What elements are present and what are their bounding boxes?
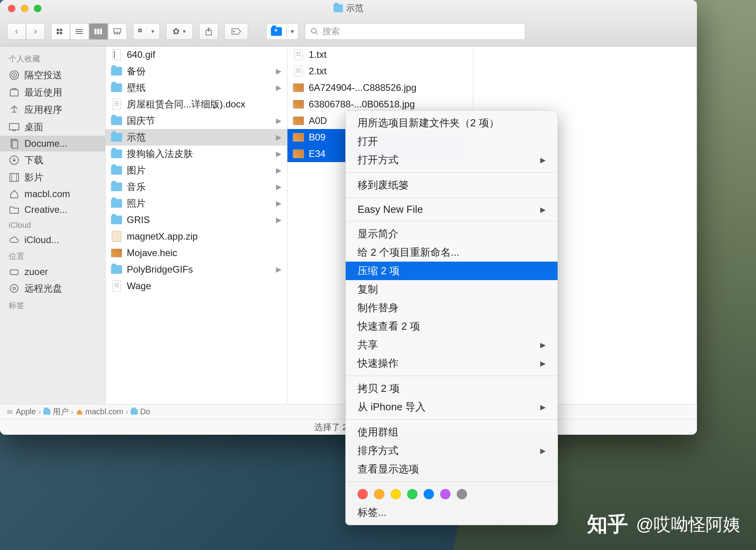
file-row[interactable]: 示范▶ <box>106 129 287 146</box>
new-folder-button[interactable] <box>266 23 287 40</box>
tag-color[interactable] <box>407 489 417 499</box>
file-row[interactable]: 2.txt <box>287 63 473 79</box>
sidebar-item[interactable]: 最近使用 <box>0 84 105 101</box>
new-folder-dropdown[interactable]: ▼ <box>287 23 298 40</box>
file-row[interactable]: 6A724904-...C888526.jpg <box>287 79 473 96</box>
gallery-view-button[interactable] <box>108 23 127 40</box>
file-name: 国庆节 <box>127 114 155 127</box>
context-menu-item[interactable]: 从 iPhone 导入▶ <box>346 398 558 416</box>
sidebar-item[interactable]: 远程光盘 <box>0 280 105 297</box>
sidebar-item[interactable]: 隔空投送 <box>0 66 105 84</box>
context-menu-item[interactable]: Easy New File▶ <box>346 201 558 218</box>
sidebar-item[interactable]: iCloud... <box>0 232 105 248</box>
column-view-button[interactable] <box>89 23 108 40</box>
svg-rect-4 <box>76 29 83 30</box>
file-row[interactable]: 1.txt <box>287 46 473 63</box>
search-input[interactable]: 搜索 <box>305 23 525 40</box>
doc-icon <box>111 281 122 292</box>
tag-color[interactable] <box>358 489 368 499</box>
sidebar-item[interactable]: zuoer <box>0 264 105 280</box>
svg-point-36 <box>13 287 15 290</box>
file-row[interactable]: 壁纸▶ <box>106 79 287 96</box>
file-row[interactable]: 备份▶ <box>106 63 287 79</box>
context-menu-item[interactable]: 制作替身 <box>346 299 558 317</box>
file-row[interactable]: magnetX.app.zip <box>106 228 287 245</box>
context-menu-item[interactable]: 用所选项目新建文件夹（2 项） <box>346 114 558 132</box>
context-menu-item[interactable]: 移到废纸篓 <box>346 176 558 194</box>
breadcrumb-item[interactable]: Do <box>131 407 150 416</box>
doc-icon <box>293 66 304 77</box>
file-name: 63806788-...0B06518.jpg <box>309 99 415 110</box>
context-menu-item[interactable]: 使用群组 <box>346 423 558 441</box>
file-row[interactable]: 640.gif <box>106 46 287 63</box>
file-name: A0D <box>309 115 327 126</box>
sidebar-item[interactable]: 影片 <box>0 169 105 186</box>
breadcrumb-item[interactable]: 用户 <box>43 406 69 417</box>
context-menu-item[interactable]: 快速操作▶ <box>346 354 558 373</box>
file-name: 640.gif <box>127 49 155 60</box>
context-menu-item[interactable]: 拷贝 2 项 <box>346 379 558 398</box>
close-button[interactable] <box>8 5 15 12</box>
context-menu-item[interactable]: 压缩 2 项 <box>346 262 558 280</box>
view-switcher[interactable] <box>51 23 127 40</box>
maximize-button[interactable] <box>34 5 41 12</box>
file-row[interactable]: GRIS▶ <box>106 212 287 228</box>
svg-rect-15 <box>140 29 142 30</box>
window-title: 示范 <box>334 2 363 14</box>
breadcrumb-item[interactable]: macbl.com <box>76 407 124 416</box>
context-menu-item[interactable]: 排序方式▶ <box>346 441 558 460</box>
action-button[interactable]: ✿ ▼ <box>166 23 193 40</box>
file-row[interactable]: 照片▶ <box>106 195 287 212</box>
svg-rect-11 <box>114 33 115 34</box>
sidebar-item[interactable]: Docume... <box>0 136 105 151</box>
context-menu-item[interactable]: 共享▶ <box>346 336 558 354</box>
folder-icon <box>111 264 122 275</box>
context-menu-item[interactable]: 快速查看 2 项 <box>346 317 558 336</box>
recent-icon <box>9 87 20 98</box>
file-row[interactable]: 音乐▶ <box>106 179 287 195</box>
file-row[interactable]: PolyBridgeGIFs▶ <box>106 261 287 278</box>
svg-rect-5 <box>76 31 83 32</box>
file-row[interactable]: Mojave.heic <box>106 245 287 261</box>
sidebar-item[interactable]: 应用程序 <box>0 101 105 118</box>
forward-button[interactable]: › <box>26 23 45 40</box>
context-menu-item[interactable]: 复制 <box>346 280 558 299</box>
sidebar-item[interactable]: Creative... <box>0 202 105 218</box>
file-row[interactable]: Wage <box>106 278 287 294</box>
context-menu-item[interactable]: 显示简介 <box>346 225 558 243</box>
sidebar-item[interactable]: 桌面 <box>0 118 105 136</box>
tag-color[interactable] <box>457 489 467 499</box>
folder-icon <box>111 82 122 93</box>
file-row[interactable]: 图片▶ <box>106 162 287 179</box>
tag-color[interactable] <box>424 489 434 499</box>
sidebar-item[interactable]: 下载 <box>0 151 105 169</box>
context-menu-item[interactable]: 查看显示选项 <box>346 460 558 478</box>
back-button[interactable]: ‹ <box>7 23 26 40</box>
tag-button[interactable] <box>224 23 248 40</box>
breadcrumb-item[interactable]: Apple <box>6 407 36 416</box>
sidebar-item-label: 桌面 <box>24 121 43 133</box>
file-name: 6A724904-...C888526.jpg <box>309 82 417 93</box>
file-row[interactable]: 国庆节▶ <box>106 113 287 129</box>
context-menu-item[interactable]: 打开 <box>346 132 558 151</box>
context-menu-item[interactable]: 给 2 个项目重新命名... <box>346 243 558 262</box>
share-button[interactable] <box>199 23 218 40</box>
file-row[interactable]: 搜狗输入法皮肤▶ <box>106 146 287 162</box>
minimize-button[interactable] <box>21 5 28 12</box>
file-name: B09 <box>309 132 326 143</box>
chevron-right-icon: ▶ <box>540 205 546 214</box>
context-menu-item[interactable]: 打开方式▶ <box>346 151 558 169</box>
tag-color[interactable] <box>374 489 384 499</box>
tag-color[interactable] <box>440 489 450 499</box>
svg-rect-16 <box>138 31 140 32</box>
group-button[interactable]: ▼ <box>133 23 160 40</box>
icon-view-button[interactable] <box>51 23 70 40</box>
folder-icon <box>111 198 122 209</box>
sidebar-item-label: 最近使用 <box>24 86 62 99</box>
file-row[interactable]: 房屋租赁合同...详细版).docx <box>106 96 287 113</box>
tag-color[interactable] <box>391 489 401 499</box>
doc-icon <box>111 99 122 110</box>
sidebar-item[interactable]: macbl.com <box>0 186 105 202</box>
list-view-button[interactable] <box>70 23 89 40</box>
context-menu-item[interactable]: 标签... <box>346 503 558 522</box>
